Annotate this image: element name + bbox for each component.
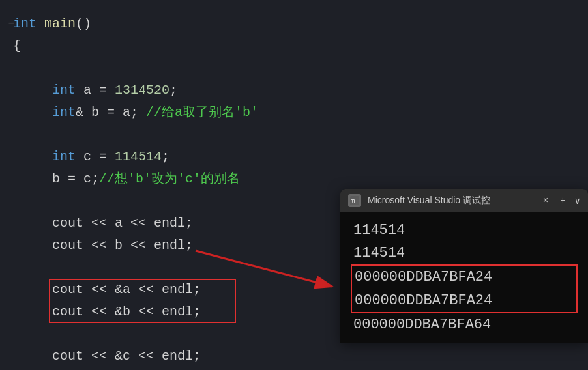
number-val: 114514 — [115, 146, 162, 168]
code-line-c: int c = 114514 ; — [13, 146, 588, 168]
brace-close: } — [13, 367, 21, 370]
code-text: a = — [76, 79, 115, 102]
terminal-output-1: 114514 — [353, 219, 575, 242]
terminal-highlighted-block: 000000DDBA7BFA24 000000DDBA7BFA24 — [351, 264, 578, 313]
code-editor: – int main () { int a = 1314520 ; int & … — [0, 0, 588, 370]
keyword-int: int — [52, 79, 76, 102]
cout-b: cout << b << endl; — [52, 235, 193, 257]
function-name: main — [44, 13, 76, 35]
cout-addr-a: cout << &a << endl; — [52, 279, 201, 301]
terminal-app-icon: ⊞ — [348, 194, 361, 207]
code-line-a: int a = 1314520 ; — [13, 79, 588, 102]
space — [37, 13, 44, 35]
terminal-window[interactable]: ⊞ Microsoft Visual Studio 调试控 × + ∨ 1145… — [340, 189, 588, 343]
keyword-int: int — [13, 13, 37, 35]
code-text: b = a; — [83, 102, 146, 124]
code-text: c = — [76, 146, 115, 168]
semicolon: ; — [162, 146, 169, 168]
svg-text:⊞: ⊞ — [351, 198, 355, 205]
code-line: – int main () — [13, 13, 588, 35]
terminal-plus-button[interactable]: + — [557, 195, 568, 206]
terminal-titlebar: ⊞ Microsoft Visual Studio 调试控 × + ∨ — [340, 189, 588, 212]
keyword-int: int — [52, 146, 76, 168]
terminal-output-3: 000000DDBA7BFA24 — [355, 266, 574, 289]
cout-addr-c: cout << &c << endl; — [52, 345, 201, 367]
terminal-chevron-button[interactable]: ∨ — [575, 195, 580, 206]
parens: () — [76, 13, 91, 35]
terminal-output-4: 000000DDBA7BFA24 — [355, 289, 574, 312]
code-line-cout-addr-c: cout << &c << endl; — [13, 345, 588, 367]
empty-line — [13, 57, 588, 79]
code-line-brace-open: { — [13, 35, 588, 57]
terminal-title: Microsoft Visual Studio 调试控 — [368, 195, 534, 206]
semicolon: ; — [169, 79, 177, 102]
brace-open: { — [13, 35, 21, 57]
code-line-b: int & b = a; //给a取了别名'b' — [13, 102, 588, 124]
comment-text: //给a取了别名'b' — [146, 102, 258, 124]
cout-a: cout << a << endl; — [52, 212, 193, 235]
empty-line — [13, 124, 588, 146]
terminal-body: 114514 114514 000000DDBA7BFA24 000000DDB… — [340, 212, 588, 343]
code-line-bc: b = c; //想'b'改为'c'的别名 — [13, 168, 588, 190]
code-text: b = c; — [52, 168, 99, 190]
terminal-output-5: 000000DDBA7BFA64 — [353, 313, 575, 336]
terminal-output-2: 114514 — [353, 242, 575, 264]
number-val: 1314520 — [115, 79, 169, 102]
terminal-close-button[interactable]: × — [540, 195, 551, 206]
code-line-brace-close: } — [13, 367, 588, 370]
dash-icon: – — [8, 13, 15, 33]
ref-amp: & — [76, 102, 83, 124]
cout-addr-b: cout << &b << endl; — [52, 301, 201, 323]
keyword-int: int — [52, 102, 76, 124]
comment-text: //想'b'改为'c'的别名 — [99, 168, 240, 190]
